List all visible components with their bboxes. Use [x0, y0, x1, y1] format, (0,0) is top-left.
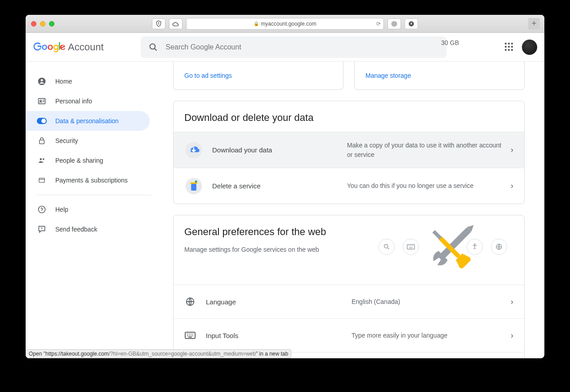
- sidebar-label: Security: [55, 137, 78, 144]
- svg-rect-18: [191, 184, 196, 191]
- trash-icon: [184, 177, 203, 196]
- svg-rect-27: [432, 230, 442, 240]
- sidebar-label: Home: [55, 78, 72, 85]
- new-tab-button[interactable]: +: [528, 18, 540, 30]
- cloud-tabs-button[interactable]: [169, 18, 183, 29]
- sidebar-item-home[interactable]: Home: [26, 71, 151, 91]
- account-avatar[interactable]: [522, 40, 537, 55]
- sidebar-item-data-personalisation[interactable]: Data & personalisation: [26, 111, 150, 131]
- globe-circle-icon: [491, 239, 507, 255]
- home-icon: [36, 77, 47, 86]
- row-desc: You can do this if you no longer use a s…: [347, 181, 505, 190]
- svg-point-12: [40, 158, 42, 160]
- feedback-icon: [36, 225, 47, 234]
- chevron-right-icon: ›: [511, 145, 513, 155]
- reload-icon[interactable]: ⟳: [376, 21, 381, 27]
- manage-storage-card: Manage storage: [354, 62, 525, 90]
- sidebar: Home Personal info Data & personalisatio…: [26, 62, 151, 358]
- download-cloud-icon: [184, 141, 203, 160]
- sidebar-item-feedback[interactable]: Send feedback: [26, 219, 151, 239]
- close-window-button[interactable]: [31, 21, 36, 27]
- svg-point-13: [43, 158, 45, 160]
- search-circle-icon: [379, 239, 395, 255]
- svg-point-6: [41, 79, 43, 81]
- manage-storage-link[interactable]: Manage storage: [365, 72, 411, 79]
- keyboard-circle-icon: [403, 239, 419, 255]
- link-status-bar: Open "https://takeout.google.com/?hl=en-…: [26, 349, 291, 358]
- svg-point-8: [40, 100, 41, 102]
- row-label: Input Tools: [206, 332, 352, 339]
- screwdriver-wrench-icon: [419, 223, 482, 273]
- sidebar-label: Payments & subscriptions: [55, 177, 128, 184]
- sidebar-label: Send feedback: [55, 226, 97, 233]
- maximize-window-button[interactable]: [49, 21, 54, 27]
- minimize-window-button[interactable]: [40, 21, 45, 27]
- id-card-icon: [36, 97, 47, 106]
- lock-icon: 🔒: [254, 21, 259, 26]
- search-input[interactable]: [166, 43, 438, 51]
- row-input-tools[interactable]: Input Tools Type more easily in your lan…: [174, 318, 524, 352]
- help-icon: [36, 205, 47, 214]
- sidebar-item-payments[interactable]: Payments & subscriptions: [26, 170, 151, 190]
- svg-point-4: [150, 44, 155, 49]
- row-label: Language: [206, 298, 352, 306]
- svg-point-10: [41, 119, 46, 123]
- chevron-right-icon: ›: [511, 181, 513, 191]
- main-content: Go to ad settings Manage storage Downloa…: [151, 62, 544, 358]
- sidebar-label: Help: [55, 206, 68, 213]
- sidebar-item-security[interactable]: Security: [26, 131, 151, 151]
- google-account-logo[interactable]: Account: [33, 41, 104, 53]
- ad-settings-card: Go to ad settings: [173, 62, 343, 90]
- row-desc: Type more easily in your language: [352, 331, 505, 340]
- url-text: myaccount.google.com: [261, 21, 316, 27]
- svg-point-2: [393, 22, 396, 25]
- lock-icon: [36, 136, 47, 145]
- downloads-button[interactable]: [405, 18, 418, 29]
- privacy-report-button[interactable]: [152, 18, 165, 29]
- search-icon: [149, 43, 158, 52]
- chevron-right-icon: ›: [511, 331, 513, 340]
- reader-button[interactable]: [387, 18, 401, 29]
- sidebar-item-help[interactable]: Help: [26, 200, 151, 219]
- account-word: Account: [68, 41, 104, 53]
- row-language[interactable]: Language English (Canada) ›: [174, 285, 524, 318]
- globe-icon: [184, 292, 196, 311]
- search-box[interactable]: [141, 36, 446, 58]
- toggle-icon: [36, 118, 47, 124]
- svg-point-1: [392, 21, 397, 26]
- sidebar-divider: [36, 195, 151, 195]
- ad-settings-link[interactable]: Go to ad settings: [184, 72, 232, 79]
- sidebar-label: Data & personalisation: [55, 117, 119, 125]
- sidebar-label: People & sharing: [55, 157, 103, 164]
- download-delete-panel: Download or delete your data Download yo…: [173, 101, 525, 204]
- sidebar-label: Personal info: [55, 98, 92, 105]
- svg-rect-22: [407, 245, 415, 249]
- sidebar-item-personal-info[interactable]: Personal info: [26, 91, 151, 111]
- chevron-right-icon: ›: [511, 297, 513, 307]
- svg-rect-11: [40, 140, 45, 144]
- browser-window: 🔒 myaccount.google.com ⟳ + Account 30 G: [26, 15, 544, 358]
- app-header: Account: [26, 33, 544, 62]
- row-desc: English (Canada): [352, 297, 505, 306]
- url-bar[interactable]: 🔒 myaccount.google.com ⟳: [186, 18, 384, 30]
- svg-point-21: [384, 245, 388, 248]
- row-label: Delete a service: [212, 182, 347, 190]
- row-label: Download your data: [212, 146, 347, 154]
- general-prefs-panel: General preferences for the web Manage s…: [173, 215, 525, 358]
- svg-rect-14: [39, 178, 45, 182]
- storage-peek: 30 GB: [441, 39, 459, 46]
- svg-point-20: [195, 180, 197, 183]
- panel-title: Download or delete your data: [174, 101, 524, 132]
- row-download-data[interactable]: Download your data Make a copy of your d…: [174, 132, 524, 168]
- browser-chrome: 🔒 myaccount.google.com ⟳ +: [26, 15, 544, 33]
- card-icon: [36, 177, 47, 184]
- svg-point-0: [158, 22, 159, 23]
- tools-illustration: [379, 223, 513, 273]
- row-delete-service[interactable]: Delete a service You can do this if you …: [174, 168, 524, 204]
- google-apps-button[interactable]: [505, 43, 514, 52]
- keyboard-icon: [184, 326, 196, 345]
- window-controls: [31, 21, 54, 27]
- sidebar-item-people-sharing[interactable]: People & sharing: [26, 151, 151, 170]
- row-desc: Make a copy of your data to use it with …: [347, 141, 505, 159]
- people-icon: [36, 156, 47, 165]
